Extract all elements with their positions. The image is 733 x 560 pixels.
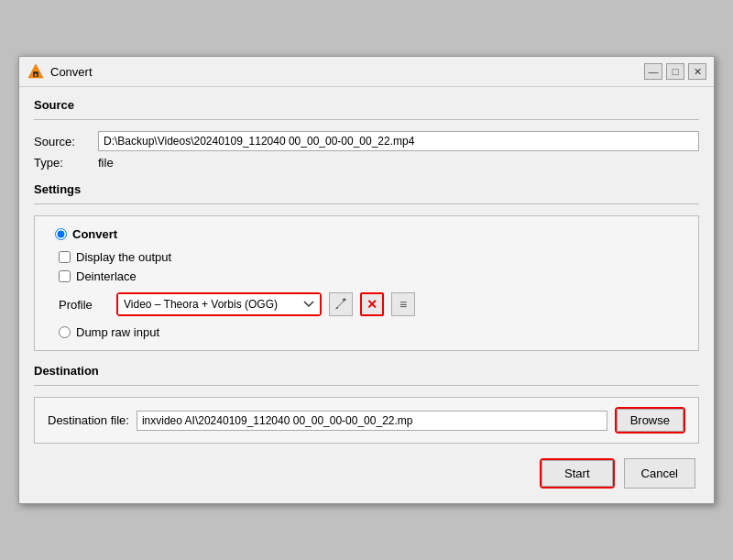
- source-divider: [34, 119, 699, 120]
- profile-label: Profile: [59, 298, 109, 312]
- bottom-buttons: Start Cancel: [34, 458, 699, 489]
- dump-raw-row: Dump raw input: [59, 325, 685, 339]
- display-output-label: Display the output: [76, 250, 171, 264]
- settings-divider: [34, 203, 699, 204]
- dump-raw-radio[interactable]: [59, 326, 71, 338]
- profile-select-wrapper: Video – Theora + Vorbis (OGG) Video – H.…: [116, 292, 322, 316]
- deinterlace-label: Deinterlace: [76, 269, 137, 283]
- minimize-button[interactable]: —: [644, 63, 662, 80]
- deinterlace-row: Deinterlace: [59, 269, 685, 283]
- destination-divider: [34, 385, 699, 386]
- convert-window: Convert — □ ✕ Source Source: Type: file …: [18, 56, 715, 504]
- destination-file-label: Destination file:: [48, 413, 129, 427]
- start-btn-wrapper: Start: [540, 458, 614, 489]
- settings-box: Convert Display the output Deinterlace: [34, 215, 699, 351]
- close-button[interactable]: ✕: [688, 63, 706, 80]
- source-type-row: Type: file: [34, 156, 699, 170]
- convert-radio-row: Convert: [55, 227, 685, 241]
- cancel-button[interactable]: Cancel: [624, 458, 695, 489]
- browse-btn-wrapper: Browse: [615, 407, 685, 434]
- convert-radio[interactable]: [55, 228, 67, 240]
- browse-button[interactable]: Browse: [617, 409, 684, 432]
- destination-file-input[interactable]: [137, 411, 607, 431]
- list-icon: ≡: [399, 297, 407, 312]
- wrench-icon: [334, 298, 347, 311]
- settings-inner: Convert Display the output Deinterlace: [48, 227, 685, 339]
- display-output-row: Display the output: [59, 250, 685, 264]
- profile-row: Profile Video – Theora + Vorbis (OGG) Vi…: [59, 292, 685, 316]
- profile-select[interactable]: Video – Theora + Vorbis (OGG) Video – H.…: [118, 294, 320, 314]
- source-type-label: Type:: [34, 156, 98, 170]
- destination-section-title: Destination: [34, 364, 699, 378]
- window-content: Source Source: Type: file Settings Conv: [19, 87, 714, 503]
- source-path-input[interactable]: [98, 131, 699, 151]
- destination-field-row: Destination file: Browse: [48, 407, 685, 434]
- source-type-value: file: [98, 156, 114, 170]
- profile-list-button[interactable]: ≡: [391, 292, 415, 316]
- vlc-icon: [27, 62, 45, 81]
- title-text: Convert: [50, 65, 93, 79]
- source-section: Source Source: Type: file: [34, 98, 699, 170]
- destination-section: Destination Destination file: Browse: [34, 364, 699, 444]
- svg-point-3: [336, 307, 338, 309]
- title-bar-left: Convert: [27, 62, 93, 81]
- deinterlace-checkbox[interactable]: [59, 270, 71, 282]
- title-bar: Convert — □ ✕: [19, 57, 714, 87]
- delete-icon: ✕: [366, 297, 377, 312]
- start-button[interactable]: Start: [542, 460, 612, 487]
- display-output-checkbox[interactable]: [59, 251, 71, 263]
- settings-section-title: Settings: [34, 182, 699, 196]
- maximize-button[interactable]: □: [666, 63, 684, 80]
- source-section-title: Source: [34, 98, 699, 112]
- title-bar-controls: — □ ✕: [644, 63, 706, 80]
- profile-delete-button[interactable]: ✕: [360, 292, 384, 316]
- svg-point-2: [35, 74, 38, 77]
- source-path-row: Source:: [34, 131, 699, 151]
- convert-radio-label: Convert: [72, 227, 117, 241]
- settings-section: Settings Convert Display the output: [34, 182, 699, 351]
- profile-edit-button[interactable]: [329, 292, 353, 316]
- dump-raw-label: Dump raw input: [76, 325, 159, 339]
- source-path-label: Source:: [34, 135, 98, 148]
- destination-box: Destination file: Browse: [34, 397, 699, 444]
